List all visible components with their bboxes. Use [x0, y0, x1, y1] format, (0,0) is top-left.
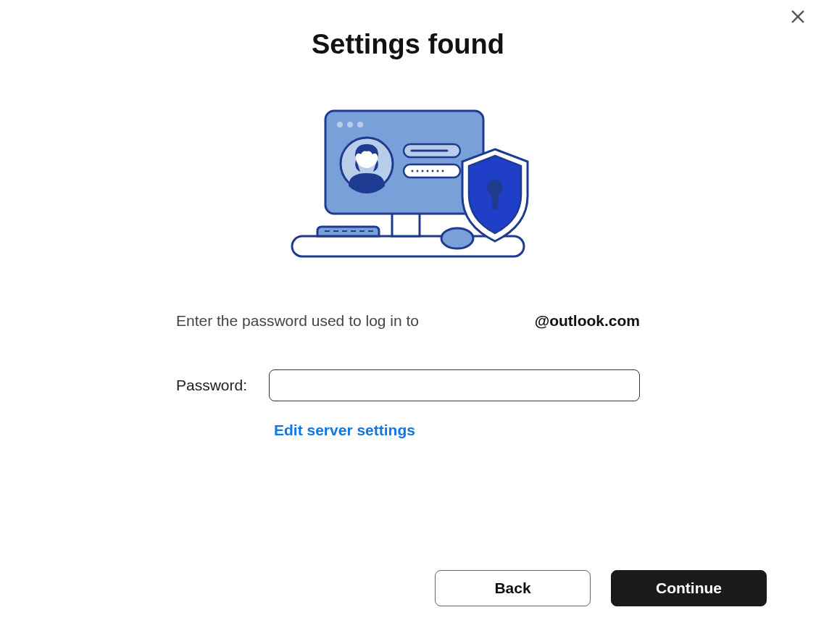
svg-rect-10 [392, 213, 420, 236]
close-icon[interactable] [790, 9, 806, 25]
instruction-text: Enter the password used to log in to [176, 312, 419, 329]
account-security-illustration [285, 109, 531, 262]
svg-point-20 [412, 170, 414, 172]
svg-point-25 [437, 170, 439, 172]
page-title: Settings found [312, 29, 504, 60]
svg-point-23 [427, 170, 429, 172]
password-row: Password: [176, 369, 640, 401]
instruction-row: Enter the password used to log in to @ou… [176, 312, 640, 330]
svg-point-12 [337, 122, 343, 127]
svg-point-26 [442, 170, 444, 172]
svg-point-9 [441, 228, 473, 248]
dialog-content: Settings found [0, 0, 816, 439]
password-input[interactable] [269, 369, 640, 401]
edit-link-row: Edit server settings [176, 422, 640, 439]
svg-point-14 [357, 122, 363, 127]
continue-button[interactable]: Continue [611, 570, 767, 606]
password-label: Password: [176, 377, 247, 394]
edit-server-settings-link[interactable]: Edit server settings [274, 422, 415, 438]
email-domain: @outlook.com [535, 312, 640, 330]
svg-point-24 [432, 170, 434, 172]
svg-point-21 [417, 170, 419, 172]
back-button[interactable]: Back [435, 570, 591, 606]
svg-point-22 [422, 170, 424, 172]
button-row: Back Continue [435, 570, 767, 606]
svg-point-13 [347, 122, 353, 127]
